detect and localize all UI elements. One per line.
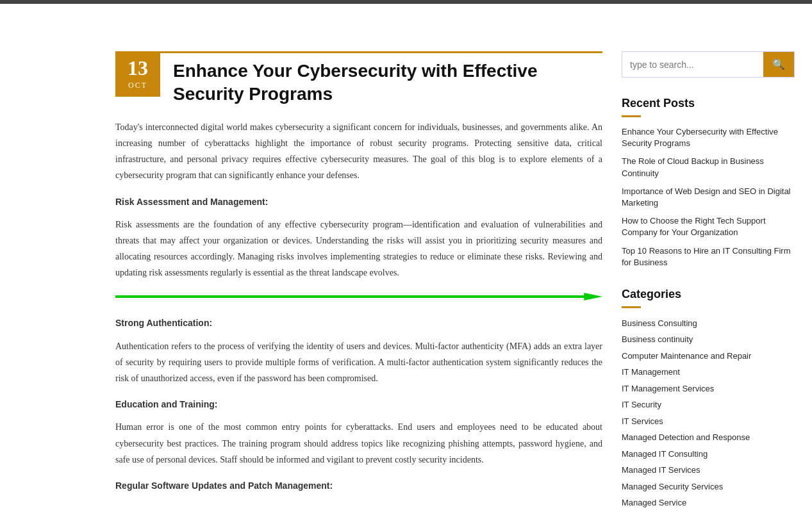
category-link-9[interactable]: Managed IT Consulting: [622, 449, 708, 459]
list-item: IT Services: [622, 415, 795, 428]
section4-heading: Regular Software Updates and Patch Manag…: [115, 478, 602, 494]
recent-post-link-4[interactable]: How to Choose the Right Tech Support Com…: [622, 216, 766, 237]
section2-heading: Strong Authentication:: [115, 315, 602, 331]
article-header: 13 OCT Enhance Your Cybersecurity with E…: [115, 51, 602, 106]
category-link-3[interactable]: Computer Maintenance and Repair: [622, 351, 751, 361]
section3-body: Human error is one of the most common en…: [115, 419, 602, 468]
categories-list: Business Consulting Business continuity …: [622, 317, 795, 509]
categories-underline: [622, 306, 641, 308]
category-link-5[interactable]: IT Management Services: [622, 384, 714, 393]
category-link-4[interactable]: IT Management: [622, 367, 680, 377]
green-arrow-divider: [115, 291, 602, 302]
date-month: OCT: [115, 81, 160, 90]
category-link-8[interactable]: Managed Detection and Response: [622, 432, 750, 442]
list-item: Importance of Web Design and SEO in Digi…: [622, 186, 795, 209]
list-item: Enhance Your Cybersecurity with Effectiv…: [622, 126, 795, 149]
list-item: Managed IT Services: [622, 464, 795, 477]
list-item: IT Management: [622, 366, 795, 379]
list-item: How to Choose the Right Tech Support Com…: [622, 215, 795, 238]
category-link-1[interactable]: Business Consulting: [622, 318, 697, 328]
recent-post-link-3[interactable]: Importance of Web Design and SEO in Digi…: [622, 186, 791, 208]
section1-body: Risk assessments are the foundation of a…: [115, 217, 602, 281]
recent-post-link-5[interactable]: Top 10 Reasons to Hire an IT Consulting …: [622, 246, 791, 267]
list-item: Business Consulting: [622, 317, 795, 330]
recent-posts-title: Recent Posts: [622, 97, 795, 110]
categories-title: Categories: [622, 288, 795, 301]
category-link-11[interactable]: Managed Security Services: [622, 482, 723, 491]
recent-post-link-1[interactable]: Enhance Your Cybersecurity with Effectiv…: [622, 127, 778, 148]
list-item: IT Management Services: [622, 382, 795, 395]
section2-body: Authentication refers to the process of …: [115, 338, 602, 387]
search-input[interactable]: [622, 52, 763, 77]
date-block: 13 OCT: [115, 51, 160, 97]
category-link-12[interactable]: Managed Service: [622, 498, 686, 507]
search-button[interactable]: 🔍: [763, 52, 794, 77]
article-title-wrap: Enhance Your Cybersecurity with Effectiv…: [160, 51, 602, 106]
categories-section: Categories Business Consulting Business …: [622, 288, 795, 509]
category-link-7[interactable]: IT Services: [622, 416, 663, 426]
date-day: 13: [115, 58, 160, 78]
category-link-6[interactable]: IT Security: [622, 400, 661, 409]
section1-heading: Risk Assessment and Management:: [115, 194, 602, 210]
category-link-10[interactable]: Managed IT Services: [622, 465, 700, 475]
list-item: Managed IT Consulting: [622, 448, 795, 461]
list-item: The Role of Cloud Backup in Business Con…: [622, 156, 795, 179]
recent-post-link-2[interactable]: The Role of Cloud Backup in Business Con…: [622, 156, 764, 177]
list-item: Business continuity: [622, 333, 795, 346]
recent-posts-underline: [622, 115, 641, 117]
svg-marker-1: [584, 293, 602, 300]
section3-heading: Education and Training:: [115, 397, 602, 413]
main-content: 13 OCT Enhance Your Cybersecurity with E…: [0, 51, 615, 517]
list-item: Top 10 Reasons to Hire an IT Consulting …: [622, 245, 795, 268]
sidebar: 🔍 Recent Posts Enhance Your Cybersecurit…: [615, 51, 808, 517]
search-box: 🔍: [622, 51, 795, 78]
list-item: Computer Maintenance and Repair: [622, 350, 795, 363]
list-item: Managed Service: [622, 496, 795, 509]
article-intro: Today's interconnected digital world mak…: [115, 119, 602, 184]
article-body: Today's interconnected digital world mak…: [115, 119, 602, 494]
list-item: IT Security: [622, 398, 795, 411]
search-icon: 🔍: [772, 59, 785, 70]
recent-posts-list: Enhance Your Cybersecurity with Effectiv…: [622, 126, 795, 268]
category-link-2[interactable]: Business continuity: [622, 334, 693, 344]
list-item: Managed Security Services: [622, 480, 795, 493]
recent-posts-section: Recent Posts Enhance Your Cybersecurity …: [622, 97, 795, 268]
top-bar: [0, 0, 812, 4]
list-item: Managed Detection and Response: [622, 431, 795, 444]
article-title: Enhance Your Cybersecurity with Effectiv…: [173, 60, 602, 106]
